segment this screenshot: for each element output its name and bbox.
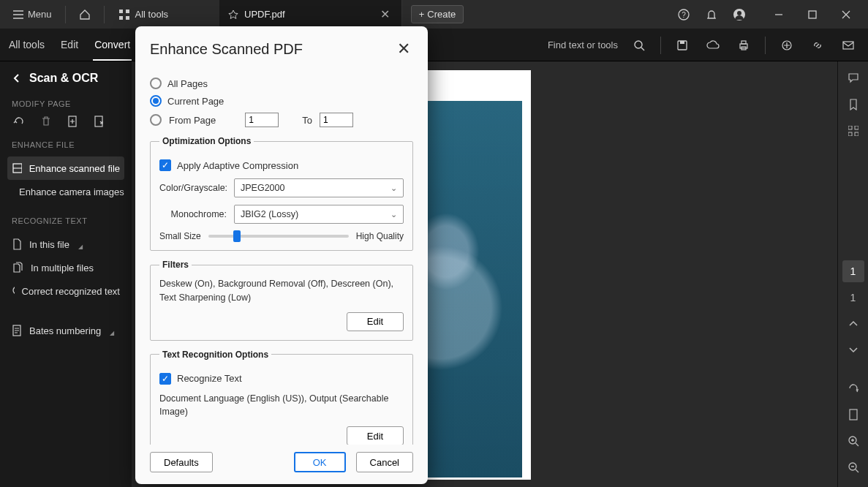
account-button[interactable] bbox=[726, 1, 752, 28]
nav-convert[interactable]: Convert bbox=[93, 30, 132, 61]
svg-rect-13 bbox=[741, 41, 746, 44]
optimization-fieldset: Optimization Options ✓ Apply Adaptive Co… bbox=[150, 136, 413, 251]
link-icon bbox=[812, 39, 823, 51]
cloud-button[interactable] bbox=[701, 33, 725, 58]
radio-current-page[interactable] bbox=[150, 95, 162, 107]
radio-all-pages[interactable] bbox=[150, 78, 162, 89]
insert-button[interactable] bbox=[67, 116, 78, 127]
svg-rect-28 bbox=[855, 132, 858, 136]
search-icon bbox=[633, 39, 645, 51]
fit-page-button[interactable] bbox=[842, 404, 864, 426]
sidebar-item-correct[interactable]: Correct recognized text bbox=[7, 279, 124, 303]
sidebar-item-label: Enhance camera images bbox=[19, 186, 124, 197]
page-indicator-current[interactable]: 1 bbox=[842, 260, 864, 282]
enhance-dialog: Enhance Scanned PDF ✕ All Pages Current … bbox=[135, 26, 428, 484]
sidebar-item-enhance-camera[interactable]: Enhance camera images bbox=[7, 180, 124, 203]
help-icon: ? bbox=[678, 9, 690, 20]
svg-rect-3 bbox=[126, 16, 129, 20]
cancel-button[interactable]: Cancel bbox=[356, 452, 413, 472]
menu-button[interactable]: Menu bbox=[6, 4, 59, 24]
mono-select[interactable]: JBIG2 (Lossy) ⌄ bbox=[234, 205, 404, 224]
create-button[interactable]: + Create bbox=[411, 5, 464, 23]
tab-title: UPDF.pdf bbox=[244, 9, 285, 20]
ok-button[interactable]: OK bbox=[294, 452, 346, 472]
sidebar-item-label: In multiple files bbox=[31, 263, 94, 273]
save-icon bbox=[676, 39, 688, 51]
separator bbox=[104, 6, 105, 23]
adaptive-compression-checkbox[interactable]: ✓ bbox=[159, 159, 171, 171]
color-label: Color/Grayscale: bbox=[159, 183, 227, 193]
sidebar-item-enhance-scanned[interactable]: Enhance scanned file bbox=[7, 156, 124, 180]
quality-slider[interactable] bbox=[208, 235, 349, 238]
to-label: To bbox=[302, 115, 312, 126]
magnify-text-icon bbox=[12, 285, 15, 297]
maximize-button[interactable] bbox=[796, 1, 829, 28]
bell-icon bbox=[706, 9, 717, 20]
extract-button[interactable] bbox=[94, 116, 104, 127]
minimize-button[interactable] bbox=[763, 1, 795, 28]
nav-edit[interactable]: Edit bbox=[59, 30, 80, 61]
comment-panel-button[interactable] bbox=[842, 67, 864, 89]
svg-rect-29 bbox=[850, 409, 857, 420]
close-icon bbox=[842, 10, 850, 19]
zoom-in-button[interactable] bbox=[842, 430, 864, 452]
separator bbox=[65, 6, 66, 23]
share-icon bbox=[781, 39, 793, 51]
slider-thumb[interactable] bbox=[233, 230, 241, 242]
secondbar: All tools Edit Convert Find text or tool… bbox=[0, 29, 868, 61]
from-page-input[interactable] bbox=[245, 113, 279, 127]
plus-icon: + bbox=[419, 9, 425, 20]
radio-from-page[interactable] bbox=[150, 114, 162, 126]
rotate-button[interactable] bbox=[13, 116, 25, 127]
alltools-chip[interactable]: All tools bbox=[110, 4, 178, 24]
color-value: JPEG2000 bbox=[241, 183, 284, 193]
titlebar: Menu All tools UPDF.pdf ✕ + Create ? bbox=[0, 0, 868, 29]
zoom-in-icon bbox=[848, 435, 859, 447]
separator bbox=[765, 37, 766, 54]
sidebar-item-in-this-file[interactable]: In this file ◢ bbox=[7, 233, 124, 256]
chevron-down-icon bbox=[849, 347, 858, 354]
text-recognition-edit-button[interactable]: Edit bbox=[347, 426, 404, 445]
notifications-button[interactable] bbox=[698, 1, 725, 28]
nav-alltools[interactable]: All tools bbox=[7, 30, 46, 61]
svg-rect-25 bbox=[848, 126, 852, 129]
help-button[interactable]: ? bbox=[671, 1, 697, 28]
page-indicator-total: 1 bbox=[842, 287, 864, 309]
to-page-input[interactable] bbox=[320, 113, 353, 127]
menu-label: Menu bbox=[28, 9, 52, 20]
sidebar-item-bates[interactable]: Bates numbering ◢ bbox=[7, 319, 124, 342]
email-button[interactable] bbox=[836, 33, 861, 58]
page-extract-icon bbox=[94, 116, 104, 127]
radio-all-pages-label: All Pages bbox=[167, 78, 208, 89]
print-button[interactable] bbox=[731, 33, 756, 58]
document-tab[interactable]: UPDF.pdf ✕ bbox=[219, 0, 402, 29]
page-up-button[interactable] bbox=[842, 313, 864, 335]
grid-icon bbox=[119, 10, 129, 20]
defaults-button[interactable]: Defaults bbox=[150, 452, 213, 472]
close-window-button[interactable] bbox=[830, 1, 862, 28]
dialog-close-button[interactable]: ✕ bbox=[394, 37, 413, 61]
bookmark-panel-button[interactable] bbox=[842, 94, 864, 116]
sidebar: Scan & OCR MODIFY PAGE ENHANCE FILE Enha… bbox=[0, 61, 132, 487]
rotate-view-button[interactable] bbox=[842, 377, 864, 399]
small-size-label: Small Size bbox=[159, 231, 201, 241]
page-down-button[interactable] bbox=[842, 339, 864, 361]
sidebar-item-label: Correct recognized text bbox=[22, 286, 120, 297]
share-button[interactable] bbox=[774, 33, 799, 58]
chevron-corner-icon: ◢ bbox=[78, 244, 83, 250]
filters-edit-button[interactable]: Edit bbox=[347, 312, 404, 331]
page-insert-icon bbox=[67, 116, 78, 127]
save-button[interactable] bbox=[670, 33, 695, 58]
sidebar-item-in-multiple[interactable]: In multiple files bbox=[7, 256, 124, 279]
delete-button[interactable] bbox=[41, 116, 51, 127]
color-select[interactable]: JPEG2000 ⌄ bbox=[234, 178, 404, 197]
home-button[interactable] bbox=[72, 1, 98, 28]
search-button[interactable] bbox=[627, 33, 652, 58]
back-header[interactable]: Scan & OCR bbox=[7, 72, 124, 85]
mono-value: JBIG2 (Lossy) bbox=[241, 209, 298, 219]
link-button[interactable] bbox=[805, 33, 830, 58]
thumbnails-button[interactable] bbox=[842, 120, 864, 142]
zoom-out-button[interactable] bbox=[842, 456, 864, 478]
tab-close-button[interactable]: ✕ bbox=[377, 7, 393, 21]
recognize-text-checkbox[interactable]: ✓ bbox=[159, 373, 171, 385]
